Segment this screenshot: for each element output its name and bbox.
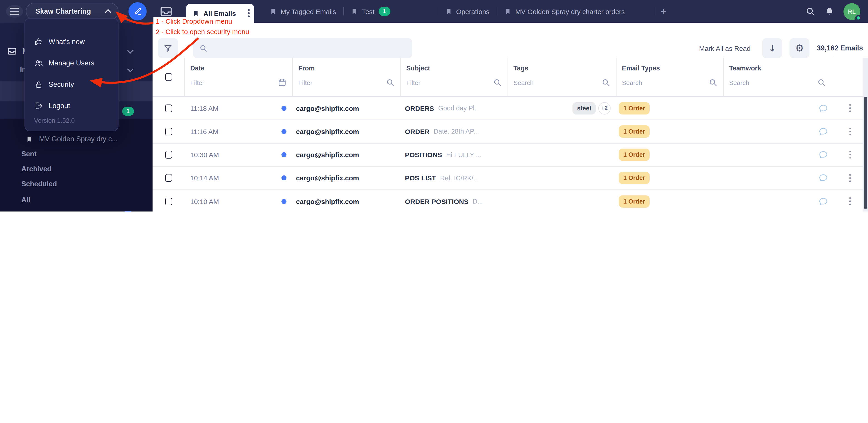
from-cell: cargo@shipfix.com	[293, 143, 401, 166]
sidebar-item-scheduled[interactable]: Scheduled	[0, 178, 153, 190]
menu-item-manage-users[interactable]: Manage Users	[25, 52, 118, 74]
chat-bubble-icon[interactable]	[818, 150, 828, 160]
search-input[interactable]	[193, 38, 412, 58]
column-header-tags: TagsSearch	[508, 58, 617, 96]
search-icon[interactable]	[805, 6, 815, 16]
column-filter[interactable]: Filter	[298, 78, 395, 87]
sidebar-item-archived[interactable]: Archived	[0, 164, 153, 174]
checkbox[interactable]	[165, 128, 172, 135]
date-cell: 11:18 AM	[185, 97, 293, 120]
compose-button[interactable]	[128, 2, 147, 21]
column-filter[interactable]: Search	[729, 78, 826, 87]
checkbox[interactable]	[165, 73, 172, 81]
row-menu-icon[interactable]	[849, 103, 851, 113]
row-menu-icon[interactable]	[849, 127, 851, 136]
tab-my-tagged-emails[interactable]: My Tagged Emails	[262, 7, 343, 15]
email-list-panel: Mark All as Read ↓ ⚙ 39,162 Emails DateF…	[153, 23, 868, 212]
user-avatar[interactable]: RL	[843, 3, 860, 20]
email-preview: Date. 28th AP...	[434, 128, 479, 135]
chat-bubble-icon[interactable]	[818, 103, 828, 113]
menu-item-logout[interactable]: Logout	[25, 95, 118, 116]
topbar-actions: RL	[805, 0, 860, 23]
column-filter[interactable]: Filter	[190, 78, 286, 87]
bookmark-icon	[192, 10, 199, 17]
chat-bubble-icon[interactable]	[818, 173, 828, 183]
search-icon	[493, 78, 502, 87]
email-type-pill[interactable]: 1 Order	[619, 195, 650, 207]
calendar-icon	[278, 78, 286, 87]
sidebar-item-drafts[interactable]: Drafts15	[0, 210, 153, 212]
chevron-down-icon	[127, 47, 133, 53]
tab-menu-icon[interactable]	[248, 8, 250, 18]
email-types-cell: 1 Order	[617, 143, 724, 166]
email-row[interactable]: 10:10 AMcargo@shipfix.comORDER POSITIONS…	[153, 190, 868, 212]
filter-button[interactable]	[158, 38, 178, 58]
row-checkbox-cell	[153, 190, 185, 212]
hamburger-menu-icon[interactable]	[6, 5, 23, 18]
tab-mv-golden-spray-dry-charter-orders[interactable]: MV Golden Spray dry charter orders	[497, 7, 632, 15]
sidebar-item-label: Scheduled	[21, 180, 57, 188]
tab-test[interactable]: Test1	[344, 7, 398, 16]
email-type-pill[interactable]: 1 Order	[619, 102, 650, 114]
email-type-pill[interactable]: 1 Order	[619, 172, 650, 184]
filter-placeholder: Search	[729, 79, 749, 86]
column-label: From	[298, 64, 400, 72]
tag-pill[interactable]: +2	[598, 102, 611, 114]
column-filter[interactable]: Search	[622, 78, 717, 87]
tag-pill[interactable]: steel	[572, 102, 596, 114]
email-row[interactable]: 11:16 AMcargo@shipfix.comORDERDate. 28th…	[153, 120, 868, 144]
logout-icon	[34, 101, 43, 110]
row-checkbox-cell	[153, 167, 185, 190]
email-row[interactable]: 11:18 AMcargo@shipfix.comORDERSGood day …	[153, 97, 868, 120]
chat-bubble-icon[interactable]	[818, 127, 828, 136]
email-types-cell: 1 Order	[617, 190, 724, 212]
checkbox[interactable]	[165, 174, 172, 182]
menu-item-what-s-new[interactable]: What's new	[25, 31, 118, 52]
workspace-dropdown-menu: What's newManage UsersSecurityLogout Ver…	[25, 18, 119, 131]
email-time: 10:14 AM	[190, 174, 219, 182]
sidebar-item-pinned-view[interactable]: MV Golden Spray dry c...	[0, 133, 153, 145]
row-checkbox-cell	[153, 143, 185, 166]
settings-button[interactable]: ⚙	[790, 38, 810, 58]
row-menu-icon[interactable]	[849, 197, 851, 206]
bookmark-icon	[26, 136, 33, 142]
filter-placeholder: Search	[514, 79, 534, 86]
unread-dot	[281, 129, 286, 134]
bookmark-icon	[270, 8, 276, 15]
thumbs-up-icon	[34, 37, 43, 46]
checkbox[interactable]	[165, 104, 172, 112]
email-type-pill[interactable]: 1 Order	[619, 125, 650, 138]
row-menu-icon[interactable]	[849, 173, 851, 183]
email-type-pill[interactable]: 1 Order	[619, 148, 650, 161]
mark-all-as-read-button[interactable]: Mark All as Read	[699, 44, 751, 52]
sidebar-item-sent[interactable]: Sent	[0, 148, 153, 160]
tab-strip: My Tagged EmailsTest1OperationsMV Golden…	[262, 0, 672, 23]
chat-bubble-icon[interactable]	[818, 197, 828, 206]
workspace-name: Skaw Chartering	[35, 7, 106, 16]
sidebar-item-all[interactable]: All	[0, 194, 153, 205]
checkbox[interactable]	[165, 197, 172, 205]
email-row[interactable]: 10:30 AMcargo@shipfix.comPOSITIONSHi FUL…	[153, 143, 868, 167]
column-filter[interactable]: Search	[514, 78, 610, 87]
scrollbar-thumb[interactable]	[864, 97, 867, 209]
sidebar-item-label: Sent	[21, 150, 36, 158]
bell-icon[interactable]	[825, 7, 834, 16]
tab-label: Test	[362, 7, 375, 15]
email-row[interactable]: 10:14 AMcargo@shipfix.comPOS LISTRef. IC…	[153, 167, 868, 190]
new-tab-button[interactable]: +	[655, 5, 672, 18]
sort-download-button[interactable]: ↓	[763, 38, 782, 58]
row-menu-icon[interactable]	[849, 150, 851, 160]
email-preview: D...	[473, 198, 483, 205]
email-types-cell: 1 Order	[617, 97, 724, 120]
workspace-switcher[interactable]: Skaw Chartering	[26, 3, 119, 20]
search-icon	[386, 78, 395, 87]
tab-label: All Emails	[204, 9, 236, 17]
menu-item-security[interactable]: Security	[25, 74, 118, 95]
column-header-date: DateFilter	[185, 58, 293, 96]
inbox-tray-icon[interactable]	[160, 5, 173, 18]
checkbox[interactable]	[165, 151, 172, 159]
email-preview: Good day Pl...	[438, 105, 480, 112]
column-filter[interactable]: Filter	[406, 78, 502, 87]
column-label: Subject	[406, 64, 507, 72]
tab-operations[interactable]: Operations	[438, 7, 497, 15]
